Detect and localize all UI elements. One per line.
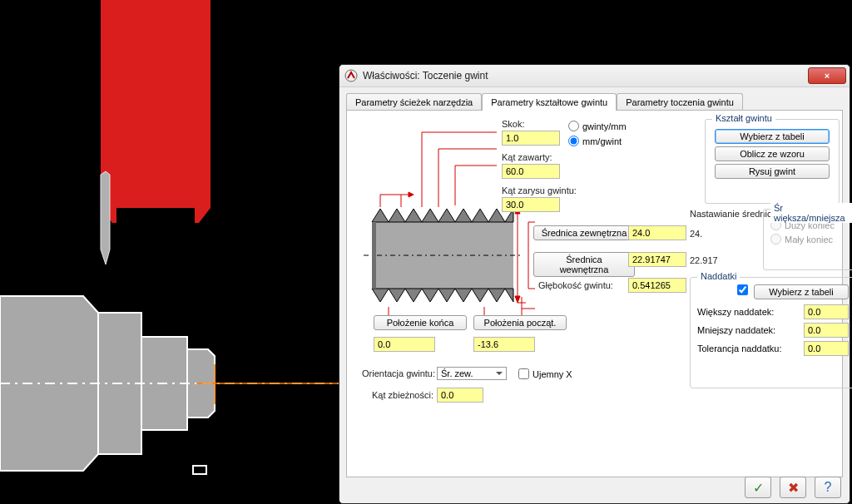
units-tpi-label: gwinty/mm <box>582 121 627 131</box>
help-button[interactable]: ? <box>815 477 841 498</box>
help-icon: ? <box>825 480 832 495</box>
thread-shape-legend: Kształt gwintu <box>712 113 775 123</box>
allowances-group: Naddatki Wybierz z tabeli Większy naddat… <box>690 277 852 388</box>
start-position-input[interactable] <box>473 337 535 352</box>
app-icon <box>344 69 358 82</box>
big-small-legend: Śr większa/mniejsza <box>770 203 852 223</box>
end-position-button[interactable]: Położenie końca <box>374 315 467 330</box>
tol-allowance-input[interactable] <box>804 341 849 356</box>
window-title: Właściwości: Toczenie gwint <box>363 70 808 82</box>
start-position-button[interactable]: Położenia począt. <box>473 315 567 330</box>
svg-rect-25 <box>372 222 376 289</box>
draw-thread-button[interactable]: Rysuj gwint <box>715 164 830 179</box>
pitch-input[interactable] <box>502 131 560 146</box>
included-angle-input[interactable] <box>502 164 560 179</box>
profile-angle-input[interactable] <box>502 197 560 212</box>
tab-thread-shape-params[interactable]: Parametry kształtowe gwintu <box>482 93 617 111</box>
major-allowance-input[interactable] <box>804 304 849 319</box>
negative-x-checkbox[interactable]: Ujemny X <box>518 368 572 379</box>
taper-angle-input[interactable] <box>437 388 483 403</box>
allowances-enable-checkbox[interactable] <box>737 284 748 295</box>
dialog-footer: ✓ ✖ ? <box>745 477 841 498</box>
ok-button[interactable]: ✓ <box>745 477 771 498</box>
inner-diameter-input[interactable] <box>628 252 686 267</box>
orientation-label: Orientacja gwintu: <box>362 368 435 378</box>
big-small-group: Śr większa/mniejsza Duży koniec Mały kon… <box>763 209 852 270</box>
included-angle-label: Kąt zawarty: <box>502 152 552 162</box>
select-from-table-button[interactable]: Wybierz z tabeli <box>715 129 830 144</box>
thread-diagram <box>355 116 559 348</box>
tab-strip: Parametry ścieżek narzędzia Parametry ks… <box>339 87 850 110</box>
major-allowance-label: Większy naddatek: <box>697 307 774 317</box>
tab-panel: Skok: gwinty/mm mm/gwint Kąt zawarty: Ką… <box>346 110 843 477</box>
small-end-radio: Mały koniec <box>770 234 849 245</box>
minor-allowance-label: Mniejszy naddatek: <box>697 325 775 335</box>
svg-marker-15 <box>515 296 520 303</box>
allowances-table-button[interactable]: Wybierz z tabeli <box>754 284 849 299</box>
close-button[interactable]: × <box>808 67 846 84</box>
dia-setting-value2: 22.917 <box>690 255 718 265</box>
allowances-legend: Naddatki <box>697 271 740 281</box>
cross-icon: ✖ <box>788 480 799 496</box>
profile-angle-label: Kąt zarysu gwintu: <box>502 185 577 195</box>
tol-allowance-label: Tolerancja naddatku: <box>697 343 782 353</box>
orientation-select[interactable]: Śr. zew. <box>437 367 507 380</box>
units-mm-radio[interactable]: mm/gwint <box>568 136 622 146</box>
close-icon: × <box>825 71 830 81</box>
outer-diameter-button[interactable]: Średnica zewnętrzna <box>533 225 635 240</box>
tab-toolpath-params[interactable]: Parametry ścieżek narzędzia <box>346 93 482 111</box>
outer-diameter-input[interactable] <box>628 225 686 240</box>
check-icon: ✓ <box>753 480 764 496</box>
negative-x-label: Ujemny X <box>532 369 572 379</box>
units-mm-label: mm/gwint <box>582 136 622 146</box>
units-tpi-radio[interactable]: gwinty/mm <box>568 121 627 131</box>
inner-diameter-button[interactable]: Średnica wewnętrzna <box>533 252 635 277</box>
minor-allowance-input[interactable] <box>804 323 849 338</box>
thread-depth-label: Głębokość gwintu: <box>538 280 613 290</box>
small-end-label: Mały koniec <box>785 235 833 245</box>
tab-thread-turning-params[interactable]: Parametry toczenia gwintu <box>617 93 743 111</box>
compute-from-template-button[interactable]: Oblicz ze wzoru <box>715 146 830 161</box>
properties-dialog: Właściwości: Toczenie gwint × Parametry … <box>339 64 850 504</box>
end-position-input[interactable] <box>374 337 435 352</box>
pitch-label: Skok: <box>502 119 525 129</box>
thread-depth-input[interactable] <box>628 278 686 293</box>
svg-marker-8 <box>409 192 414 197</box>
taper-angle-label: Kąt zbieżności: <box>372 390 433 400</box>
dia-setting-value: 24. <box>690 229 702 239</box>
cancel-button[interactable]: ✖ <box>780 477 806 498</box>
thread-shape-group: Kształt gwintu Wybierz z tabeli Oblicz z… <box>705 119 840 204</box>
titlebar[interactable]: Właściwości: Toczenie gwint × <box>339 65 850 87</box>
